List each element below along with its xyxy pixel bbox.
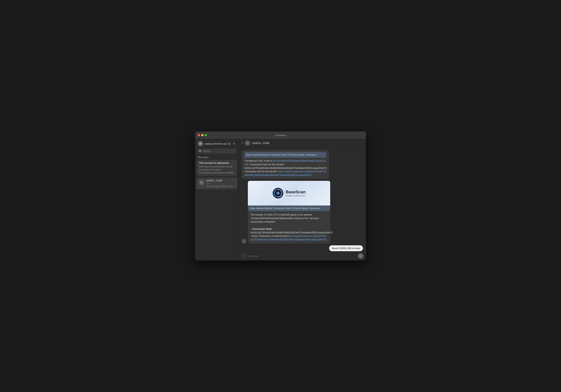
basescan-logo-icon [272, 188, 284, 199]
svg-point-1 [277, 192, 280, 195]
message-bubble: Base Sepolia Network Transaction Hash (T… [242, 150, 329, 179]
conv-preview: You win again! Rock crushes scissors. 🎉 [206, 185, 235, 188]
main-content: W waiwai.converse.xyz ⊞ ✎ 🔍 Messages Thi… [195, 139, 366, 261]
user-info: W waiwai.converse.xyz [198, 141, 227, 146]
msg2-avatar [242, 239, 246, 244]
messages-area: Base Sepolia Network Transaction Hash (T… [239, 148, 366, 251]
ephemeral-title: This account is ephemeral [199, 162, 235, 164]
msg2-bubble: The transfer of 0.001 ETH (1,000,000 gwe… [248, 211, 330, 244]
conv-name: 0x087a...C6d6 [206, 179, 235, 182]
link-preview-card: BaseScan Product of Etherscan Base Sepol… [248, 181, 330, 211]
search-input[interactable] [203, 150, 235, 153]
msg2-basescan-link[interactable]: https://sepolia.basescan.org/tx/0xf321cd… [250, 235, 327, 241]
minimize-button[interactable] [201, 134, 204, 136]
conv-details: 0x087a...C6d6 15m · You win again! Rock … [206, 179, 235, 188]
add-attachment-button[interactable]: + [241, 253, 247, 259]
chat-header-name: 0x087a...C6d6 [252, 142, 269, 145]
msg1-address-link[interactable]: 0x15eA00EF924F8aD0efCbB852da63Cc34321ca7… [244, 159, 326, 166]
close-button[interactable] [198, 134, 200, 136]
conv-time: 15m · [206, 182, 235, 185]
traffic-lights [198, 134, 207, 136]
link-preview-image: BaseScan Product of Etherscan [248, 181, 330, 205]
titlebar: Converse [195, 131, 366, 139]
window-title: Converse [275, 134, 286, 137]
basescan-logo: BaseScan Product of Etherscan [272, 188, 306, 199]
link-card-title: Base Sepolia Network Transaction Hash (T… [248, 205, 330, 211]
qr-code-button[interactable]: ⊞ [227, 142, 231, 146]
message-1: Base Sepolia Network Transaction Hash (T… [242, 150, 329, 179]
back-button[interactable]: ‹ [242, 141, 243, 145]
sidebar-header: W waiwai.converse.xyz ⊞ ✎ [195, 139, 238, 148]
username-label: waiwai.converse.xyz [205, 142, 227, 145]
chat-header-avatar: 0x [245, 140, 250, 146]
conv-avatar: 0x [198, 180, 205, 186]
basescan-sub: Product of Etherscan [286, 194, 306, 197]
sidebar: W waiwai.converse.xyz ⊞ ✎ 🔍 Messages Thi… [195, 139, 239, 261]
message-2: BaseScan Product of Etherscan Base Sepol… [248, 181, 330, 244]
conversation-item[interactable]: 0x 0x087a...C6d6 15m · You win again! Ro… [196, 178, 237, 189]
maximize-button[interactable] [205, 134, 207, 136]
ephemeral-description: Disconnect to permanently remove your de… [199, 165, 235, 174]
message-input[interactable] [249, 255, 356, 257]
chat-header: ‹ 0x 0x087a...C6d6 [239, 139, 366, 148]
msg1-text: Transferred 0.001 of eth to 0x15eA00EF92… [244, 159, 327, 176]
msg1-tx-link[interactable]: https://sepolia.basescan.org/tx/0xf321cd… [244, 170, 326, 176]
message-2-wrapper: BaseScan Product of Etherscan Base Sepol… [242, 181, 363, 244]
chat-input-area: + ↑ [239, 251, 366, 261]
basescan-text: BaseScan [286, 190, 306, 194]
avatar: W [198, 141, 203, 146]
chat-area: ‹ 0x 0x087a...C6d6 Base Sepolia Network … [239, 139, 366, 261]
msg1-header: Base Sepolia Network Transaction Hash (T… [244, 152, 326, 158]
search-bar: 🔍 [197, 148, 237, 154]
ephemeral-notice: This account is ephemeral Disconnect to … [197, 160, 237, 176]
messages-section-label: Messages [195, 155, 238, 160]
compose-button[interactable]: ✎ [233, 142, 236, 146]
message-3-command: Send 0.00001 Eth to Alice [329, 245, 363, 251]
app-window: Converse W waiwai.converse.xyz ⊞ ✎ 🔍 Mes… [195, 131, 366, 261]
sidebar-actions: ⊞ ✎ [227, 142, 236, 146]
send-button[interactable]: ↑ [358, 253, 363, 259]
search-icon: 🔍 [199, 150, 202, 153]
